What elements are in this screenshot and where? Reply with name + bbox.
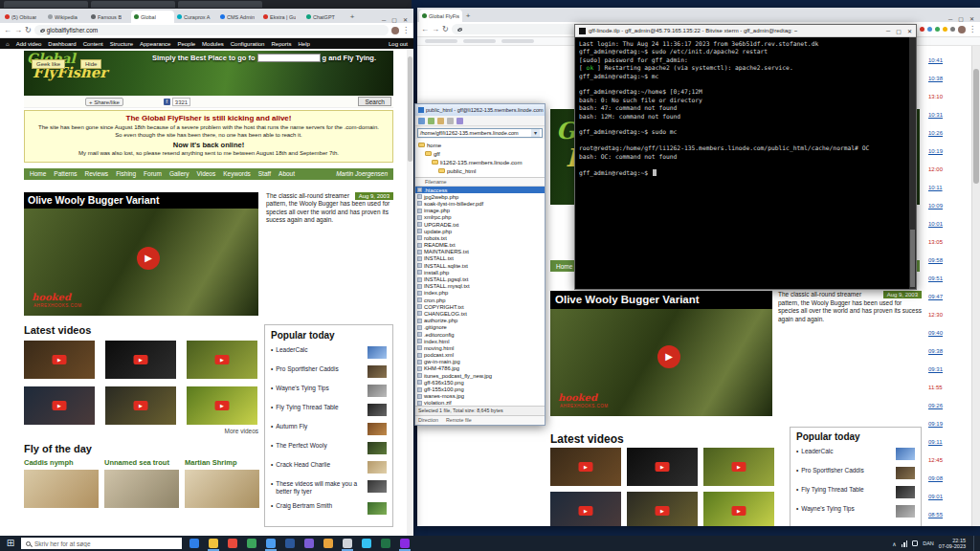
file-row[interactable]: image.php	[415, 208, 545, 214]
file-row[interactable]: gff-155x100.png	[415, 386, 545, 392]
file-row[interactable]: wanes-moss.jpg	[415, 393, 545, 400]
file-row[interactable]: INSTALL.pgsql.txt	[415, 276, 545, 282]
sidebar-time-link[interactable]: 09:26	[924, 403, 969, 421]
bookmark-item[interactable]	[425, 39, 457, 43]
search-button[interactable]: Search	[358, 97, 391, 106]
more-videos-link[interactable]: More videos	[24, 428, 258, 434]
app-icon[interactable]	[338, 536, 357, 551]
extension-icon[interactable]	[950, 27, 955, 32]
back-icon[interactable]: ←	[421, 25, 429, 33]
file-row[interactable]: README.txt	[415, 242, 545, 249]
video-thumbnail[interactable]: ▶	[627, 492, 698, 526]
sidebar-time-link[interactable]: 09:40	[924, 330, 969, 348]
popular-item[interactable]: • Wayne's Tying Tips	[271, 385, 387, 397]
popular-item[interactable]: • These videos will make you a better fl…	[271, 480, 387, 496]
admin-menu-item[interactable]: Structure	[110, 41, 133, 47]
play-icon[interactable]: ▶	[657, 345, 680, 368]
popular-item[interactable]: • Wayne's Tying Tips	[796, 505, 915, 518]
popular-item[interactable]: • Pro Sportfisher Caddis	[271, 365, 387, 378]
hide-button[interactable]: Hide	[80, 59, 101, 69]
forward-icon[interactable]: →	[14, 26, 22, 34]
toolbar-icon[interactable]	[437, 118, 444, 124]
file-row[interactable]: COPYRIGHT.txt	[415, 303, 545, 310]
popular-item-label[interactable]: Craig Bertram Smith	[276, 502, 365, 510]
extension-icon[interactable]	[927, 27, 932, 32]
sidebar-time-link[interactable]: 10:31	[924, 112, 969, 130]
popular-item[interactable]: • Fly Tying Thread Table	[796, 486, 915, 498]
sidebar-time-link[interactable]: 08:55	[924, 512, 969, 526]
minimize-icon[interactable]: ─	[948, 16, 952, 22]
terminal-titlebar[interactable]: gff-linode.tlp - gff_admin@45.79.165.135…	[575, 25, 916, 37]
toolbar-icon[interactable]	[457, 118, 463, 124]
sidebar-time-link[interactable]: 10:19	[924, 148, 969, 166]
refresh-icon[interactable]: ↻	[442, 25, 449, 33]
article-title[interactable]: Olive Wooly Bugger Variant	[550, 291, 772, 309]
popular-item-label[interactable]: The Perfect Wooly	[276, 442, 365, 450]
popular-item[interactable]: • The Perfect Wooly	[271, 442, 387, 454]
video-thumbnail[interactable]: ▶	[187, 341, 257, 379]
file-row[interactable]: update.php	[415, 228, 545, 234]
menu-icon[interactable]: ⋮	[402, 26, 410, 34]
bookmark-item[interactable]	[463, 39, 496, 43]
background-tab[interactable]	[178, 1, 262, 8]
sidebar-time-link[interactable]: 09:58	[924, 257, 969, 276]
sidebar-time-link[interactable]: 13:05	[924, 239, 969, 257]
browser-tab[interactable]: ChatGPT	[303, 11, 346, 23]
tree-node[interactable]: home	[415, 141, 545, 149]
file-row[interactable]: .editorconfig	[415, 331, 545, 338]
video-thumbnail[interactable]: ▶	[187, 386, 257, 425]
bookmark-item[interactable]	[501, 39, 534, 43]
video-thumbnail[interactable]: ▶	[24, 341, 95, 379]
scrollbar-thumb[interactable]	[973, 69, 979, 184]
admin-menu-item[interactable]: Reports	[271, 41, 291, 47]
close-icon[interactable]: ✕	[969, 15, 974, 22]
article-image[interactable]: ▶ hooked AHREXHOOKS.COM	[24, 209, 258, 316]
filename-column-header[interactable]: Filename	[415, 178, 545, 187]
admin-menu-item[interactable]: Configuration	[231, 41, 265, 47]
share-like-button[interactable]: + Share/like	[85, 98, 123, 106]
video-thumbnail[interactable]: ▶	[627, 448, 698, 486]
popular-item[interactable]: • Craig Bertram Smith	[271, 502, 387, 515]
forward-icon[interactable]: →	[432, 25, 439, 33]
home-icon[interactable]: ⌂	[6, 41, 10, 47]
sidebar-time-link[interactable]: 09:08	[924, 475, 969, 494]
popular-item[interactable]: • LeaderCalc	[271, 346, 387, 359]
language-indicator[interactable]: DAN	[923, 540, 934, 546]
app-icon[interactable]	[376, 536, 395, 551]
app-icon[interactable]	[357, 536, 376, 551]
minimize-icon[interactable]: ─	[886, 28, 890, 34]
fly-card[interactable]: Martian Shrimp	[185, 459, 259, 508]
sidebar-time-link[interactable]: 09:31	[924, 366, 969, 385]
nav-item[interactable]: Home	[556, 263, 572, 270]
new-tab-button[interactable]: +	[462, 11, 474, 22]
video-thumbnail[interactable]: ▶	[550, 448, 621, 486]
refresh-icon[interactable]: ↻	[25, 26, 32, 34]
background-tab[interactable]	[91, 1, 175, 8]
file-row[interactable]: podcast.xml	[415, 352, 545, 359]
file-row[interactable]: cron.php	[415, 297, 545, 303]
new-tab-button[interactable]: +	[346, 11, 358, 23]
app-icon[interactable]	[280, 536, 300, 551]
fly-card-title[interactable]: Unnamed sea trout	[104, 459, 179, 468]
extension-icon[interactable]	[920, 27, 924, 32]
file-row[interactable]: INSTALL.txt	[415, 255, 545, 262]
video-thumbnail[interactable]: ▶	[550, 492, 621, 526]
browser-tab[interactable]: (5) Obituar	[2, 11, 45, 23]
winscp-titlebar[interactable]: public_html - gff@li1262-135.members.lin…	[415, 104, 545, 116]
sidebar-time-link[interactable]: 11:55	[924, 385, 969, 403]
video-thumbnail[interactable]: ▶	[105, 386, 176, 425]
taskbar-search[interactable]: Skriv her for at søge	[21, 538, 182, 549]
maximize-icon[interactable]: ▢	[896, 28, 902, 34]
profile-avatar[interactable]	[958, 26, 966, 33]
popular-item-label[interactable]: Fly Tying Thread Table	[276, 404, 365, 411]
tree-node[interactable]: gff	[415, 149, 545, 158]
browser-tab[interactable]: Famous B	[88, 11, 131, 23]
tree-node[interactable]: public_html	[415, 166, 545, 175]
maximize-icon[interactable]: ▢	[391, 16, 397, 23]
sidebar-time-link[interactable]: 12:30	[924, 312, 969, 330]
file-row[interactable]: index.html	[415, 338, 545, 344]
nav-item[interactable]: Staff	[258, 170, 271, 177]
video-thumbnail[interactable]: ▶	[105, 341, 176, 379]
extension-icon[interactable]	[943, 27, 947, 32]
video-thumbnail[interactable]: ▶	[24, 386, 95, 425]
